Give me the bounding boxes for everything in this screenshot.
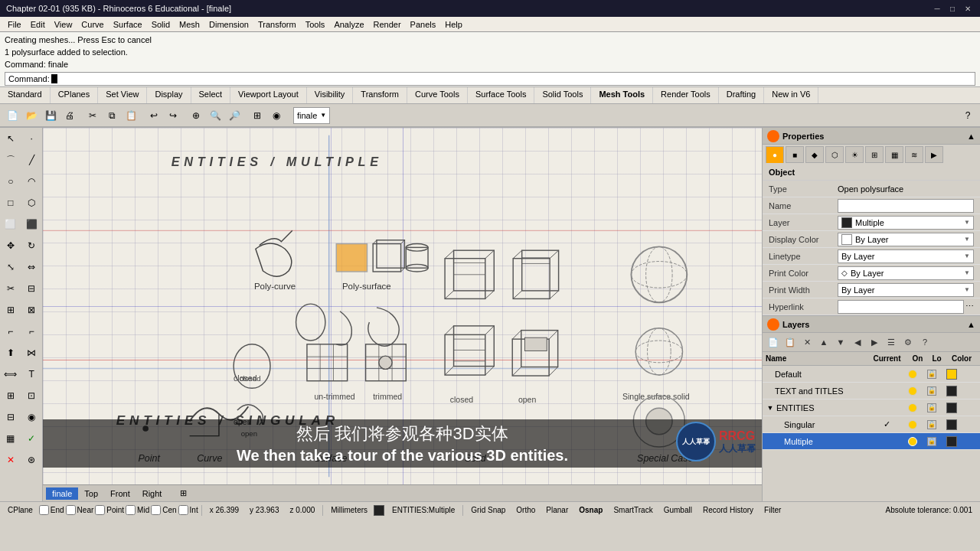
layer-help-btn[interactable]: ?: [917, 334, 933, 350]
layer-default-on[interactable]: [908, 370, 927, 379]
vp-tab-right[interactable]: Right: [136, 487, 168, 500]
tab-new-in-v6[interactable]: New in V6: [764, 87, 818, 103]
fillet-tool[interactable]: ⌐: [0, 321, 21, 342]
layer-multiple-locked[interactable]: 🔓: [927, 437, 946, 446]
extrude-tool[interactable]: ⬆: [0, 342, 21, 364]
minimize-button[interactable]: ─: [931, 2, 943, 15]
tab-drafting[interactable]: Drafting: [719, 87, 765, 103]
split-tool[interactable]: ⊟: [21, 278, 43, 299]
dim-tool[interactable]: ⟺: [0, 364, 21, 385]
menu-view[interactable]: View: [50, 18, 77, 31]
select-tool[interactable]: ↖: [0, 128, 21, 149]
zoom-extents[interactable]: ⊕: [187, 106, 205, 125]
layer-text-titles[interactable]: TEXT and TITLES 🔓: [763, 383, 980, 399]
zoom-in[interactable]: 🔍: [206, 106, 224, 125]
layer-multiple[interactable]: Multiple 🔓: [763, 433, 980, 450]
layer-new-btn[interactable]: 📄: [766, 334, 781, 350]
rotate-tool[interactable]: ↻: [21, 235, 43, 256]
snap-btn[interactable]: ⊞: [248, 106, 266, 125]
viewport[interactable]: ENTITIES / SINGULAR ENTITIES / MULTIPLE …: [43, 128, 762, 501]
menu-edit[interactable]: Edit: [26, 18, 50, 31]
open-button[interactable]: 📂: [22, 106, 41, 125]
undo-button[interactable]: ↩: [145, 106, 163, 125]
solid-tool[interactable]: ⬛: [21, 214, 43, 235]
prop-linetype-dropdown[interactable]: By Layer ▼: [838, 249, 974, 263]
menu-mesh[interactable]: Mesh: [175, 18, 204, 31]
layer-left-btn[interactable]: ◀: [850, 334, 865, 350]
redo-button[interactable]: ↪: [164, 106, 182, 125]
chamfer-tool[interactable]: ⌐: [21, 321, 43, 342]
named-group-dropdown[interactable]: finale ▼: [293, 107, 330, 124]
layer-entities-color[interactable]: [946, 403, 977, 413]
prop-tab-extra[interactable]: ▶: [925, 146, 943, 163]
layer-multiple-on[interactable]: [908, 437, 927, 446]
menu-help[interactable]: Help: [440, 18, 467, 31]
prop-tab-hatch[interactable]: ▦: [885, 146, 903, 163]
menu-surface[interactable]: Surface: [109, 18, 147, 31]
layers-collapse[interactable]: ▲: [967, 320, 975, 329]
vp-tab-top[interactable]: Top: [78, 487, 104, 500]
end-checkbox[interactable]: [39, 505, 49, 515]
prop-tab-block[interactable]: ⊞: [865, 146, 884, 163]
save-button[interactable]: 💾: [41, 106, 60, 125]
paste-button[interactable]: 📋: [122, 106, 140, 125]
move-tool[interactable]: ✥: [0, 235, 21, 256]
help-btn[interactable]: ?: [959, 106, 977, 125]
prop-tab-texture[interactable]: ⬡: [825, 146, 844, 163]
layer-default-locked[interactable]: 🔓: [927, 370, 946, 379]
line-tool[interactable]: ╱: [21, 149, 43, 171]
mirror-tool[interactable]: ⇔: [21, 256, 43, 278]
curve-tool[interactable]: ⌒: [0, 149, 21, 171]
menu-solid[interactable]: Solid: [147, 18, 175, 31]
layer-default-color[interactable]: [946, 369, 977, 380]
layer-singular[interactable]: Singular ✓ 🔓: [763, 416, 980, 433]
status-layer[interactable]: ENTITIES:Multiple: [387, 504, 459, 517]
layer-tool[interactable]: ⊟: [0, 406, 21, 428]
tab-mesh-tools[interactable]: Mesh Tools: [591, 87, 653, 103]
tab-solid-tools[interactable]: Solid Tools: [534, 87, 591, 103]
circle-tool[interactable]: ○: [0, 171, 21, 192]
check-mark[interactable]: ✓: [21, 428, 43, 449]
cut-button[interactable]: ✂: [83, 106, 102, 125]
tab-display[interactable]: Display: [147, 87, 191, 103]
prop-tab-mesh-analysis[interactable]: ≋: [905, 146, 923, 163]
menu-tools[interactable]: Tools: [301, 18, 330, 31]
zoom-out[interactable]: 🔎: [225, 106, 243, 125]
prop-print-color-dropdown[interactable]: ◇ By Layer ▼: [838, 266, 974, 280]
status-smarttrack[interactable]: SmartTrack: [609, 504, 657, 517]
status-mid-check[interactable]: Mid: [126, 505, 149, 515]
x-mark[interactable]: ✕: [0, 449, 21, 471]
layer-singular-current[interactable]: ✓: [866, 419, 908, 429]
mid-checkbox[interactable]: [126, 505, 136, 515]
status-osnap[interactable]: Osnap: [574, 504, 607, 517]
tab-transform[interactable]: Transform: [353, 87, 407, 103]
array-tool[interactable]: ⊞: [0, 385, 21, 406]
new-button[interactable]: 📄: [3, 106, 21, 125]
layer-multiple-color[interactable]: [946, 436, 977, 447]
rect-tool[interactable]: □: [0, 192, 21, 214]
status-filter[interactable]: Filter: [760, 504, 786, 517]
status-record[interactable]: Record History: [698, 504, 758, 517]
surface-tool[interactable]: ⬜: [0, 214, 21, 235]
menu-render[interactable]: Render: [369, 18, 406, 31]
arc-tool[interactable]: ◠: [21, 171, 43, 192]
layer-singular-locked[interactable]: 🔓: [927, 420, 946, 429]
prop-display-color-dropdown[interactable]: By Layer ▼: [838, 233, 974, 246]
print-button[interactable]: 🖨: [60, 106, 79, 125]
cen-checkbox[interactable]: [151, 505, 161, 515]
text-tool[interactable]: T: [21, 364, 43, 385]
layer-text-locked[interactable]: 🔓: [927, 386, 946, 396]
explode-tool[interactable]: ⊠: [21, 299, 43, 321]
vp-tab-finale[interactable]: finale: [46, 487, 78, 500]
status-ortho[interactable]: Ortho: [511, 504, 540, 517]
render-btn[interactable]: ◉: [267, 106, 286, 125]
polygon-tool[interactable]: ⬡: [21, 192, 43, 214]
mesh-tool2[interactable]: ▦: [0, 428, 21, 449]
group-tool[interactable]: ⊡: [21, 385, 43, 406]
layer-entities-expand[interactable]: ▼: [766, 403, 775, 412]
status-int-check[interactable]: Int: [178, 505, 198, 515]
status-gumball[interactable]: Gumball: [659, 504, 697, 517]
layer-delete-btn[interactable]: ✕: [799, 334, 815, 350]
menu-curve[interactable]: Curve: [77, 18, 108, 31]
status-gridsnap[interactable]: Grid Snap: [466, 504, 510, 517]
